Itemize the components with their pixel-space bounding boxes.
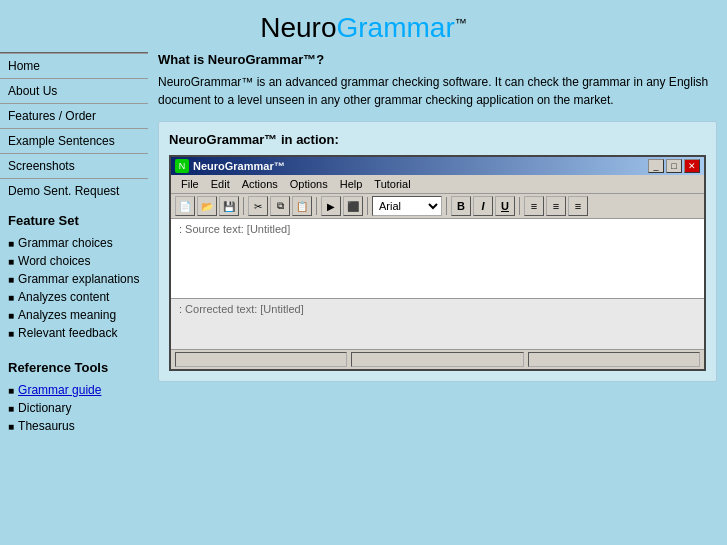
list-item: ■Analyzes meaning (0, 306, 148, 324)
ng-bold-button[interactable]: B (451, 196, 471, 216)
title-tm: ™ (455, 16, 467, 30)
content-area: What is NeuroGrammar™? NeuroGrammar™ is … (148, 52, 727, 443)
ng-align-center-button[interactable]: ≡ (546, 196, 566, 216)
toolbar-separator-2 (316, 197, 317, 215)
nav-section: Home About Us Features / Order Example S… (0, 52, 148, 203)
ng-align-left-button[interactable]: ≡ (524, 196, 544, 216)
list-item: ■Grammar guide (0, 381, 148, 399)
nav-item-screenshots[interactable]: Screenshots (0, 153, 148, 178)
ng-status-segment-2 (351, 352, 523, 367)
ng-menu-actions[interactable]: Actions (236, 177, 284, 191)
ng-minimize-button[interactable]: _ (648, 159, 664, 173)
main-layout: Home About Us Features / Order Example S… (0, 52, 727, 453)
ng-copy-button[interactable]: ⧉ (270, 196, 290, 216)
bullet-icon: ■ (8, 421, 14, 432)
ng-app-icon: N (175, 159, 189, 173)
what-is-title: What is NeuroGrammar™? (158, 52, 717, 67)
ng-menu-edit[interactable]: Edit (205, 177, 236, 191)
ng-close-button[interactable]: ✕ (684, 159, 700, 173)
page-wrapper: NeuroGrammar™ Home About Us Features / O… (0, 0, 727, 545)
toolbar-separator (243, 197, 244, 215)
list-item: ■Dictionary (0, 399, 148, 417)
ng-italic-button[interactable]: I (473, 196, 493, 216)
ng-corrected-label: : Corrected text: [Untitled] (175, 301, 700, 317)
feature-set-label: Feature Set (0, 203, 148, 232)
bullet-icon: ■ (8, 292, 14, 303)
list-item: ■Grammar choices (0, 234, 148, 252)
nav-item-demo[interactable]: Demo Sent. Request (0, 178, 148, 203)
ng-align-right-button[interactable]: ≡ (568, 196, 588, 216)
list-item: ■Relevant feedback (0, 324, 148, 342)
list-item: ■Thesaurus (0, 417, 148, 435)
reference-tools-label: Reference Tools (0, 350, 148, 379)
bullet-icon: ■ (8, 274, 14, 285)
title-neuro: Neuro (260, 12, 336, 43)
ng-save-button[interactable]: 💾 (219, 196, 239, 216)
ng-source-label: : Source text: [Untitled] (175, 221, 700, 237)
grammar-guide-link[interactable]: Grammar guide (18, 383, 101, 397)
ng-window-controls: _ □ ✕ (648, 159, 700, 173)
ng-corrected-area: : Corrected text: [Untitled] (171, 299, 704, 349)
ng-window: N NeuroGrammar™ _ □ ✕ File Edit Acti (169, 155, 706, 371)
bullet-icon: ■ (8, 256, 14, 267)
ng-statusbar (171, 349, 704, 369)
what-is-desc: NeuroGrammar™ is an advanced grammar che… (158, 73, 717, 109)
list-item: ■Analyzes content (0, 288, 148, 306)
nav-item-features[interactable]: Features / Order (0, 103, 148, 128)
ng-titlebar: N NeuroGrammar™ _ □ ✕ (171, 157, 704, 175)
demo-title: NeuroGrammar™ in action: (169, 132, 706, 147)
sidebar: Home About Us Features / Order Example S… (0, 52, 148, 443)
ng-paste-button[interactable]: 📋 (292, 196, 312, 216)
list-item: ■Grammar explanations (0, 270, 148, 288)
nav-item-about[interactable]: About Us (0, 78, 148, 103)
demo-box: NeuroGrammar™ in action: N NeuroGrammar™… (158, 121, 717, 382)
bullet-icon: ■ (8, 310, 14, 321)
bullet-icon: ■ (8, 385, 14, 396)
ng-menu-help[interactable]: Help (334, 177, 369, 191)
toolbar-separator-5 (519, 197, 520, 215)
ng-window-title: NeuroGrammar™ (193, 160, 285, 172)
ng-status-segment-1 (175, 352, 347, 367)
bullet-icon: ■ (8, 403, 14, 414)
header: NeuroGrammar™ (0, 0, 727, 52)
ng-menu-options[interactable]: Options (284, 177, 334, 191)
ng-source-area: : Source text: [Untitled] (171, 219, 704, 299)
ng-new-button[interactable]: 📄 (175, 196, 195, 216)
feature-list: ■Grammar choices ■Word choices ■Grammar … (0, 232, 148, 350)
ng-run-button[interactable]: ▶ (321, 196, 341, 216)
ng-underline-button[interactable]: U (495, 196, 515, 216)
reference-list: ■Grammar guide ■Dictionary ■Thesaurus (0, 379, 148, 443)
ng-menu-tutorial[interactable]: Tutorial (368, 177, 416, 191)
nav-item-examples[interactable]: Example Sentences (0, 128, 148, 153)
ng-menubar: File Edit Actions Options Help Tutorial (171, 175, 704, 194)
ng-titlebar-left: N NeuroGrammar™ (175, 159, 285, 173)
nav-item-home[interactable]: Home (0, 53, 148, 78)
ng-status-segment-3 (528, 352, 700, 367)
app-title: NeuroGrammar™ (260, 12, 467, 43)
ng-cut-button[interactable]: ✂ (248, 196, 268, 216)
list-item: ■Word choices (0, 252, 148, 270)
bullet-icon: ■ (8, 238, 14, 249)
ng-toolbar: 📄 📂 💾 ✂ ⧉ 📋 ▶ ⬛ Arial Times New (171, 194, 704, 219)
bullet-icon: ■ (8, 328, 14, 339)
toolbar-separator-3 (367, 197, 368, 215)
ng-menu-file[interactable]: File (175, 177, 205, 191)
toolbar-separator-4 (446, 197, 447, 215)
ng-stop-button[interactable]: ⬛ (343, 196, 363, 216)
title-grammar: Grammar (337, 12, 455, 43)
ng-font-select[interactable]: Arial Times New Roman Courier New (372, 196, 442, 216)
ng-maximize-button[interactable]: □ (666, 159, 682, 173)
ng-open-button[interactable]: 📂 (197, 196, 217, 216)
